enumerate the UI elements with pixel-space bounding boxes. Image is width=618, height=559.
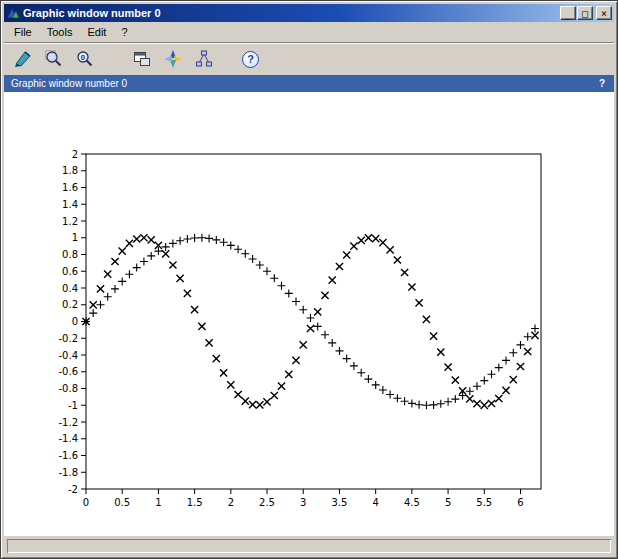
svg-text:4.5: 4.5: [404, 497, 420, 508]
zoom-area-icon: [44, 49, 64, 69]
window-title: Graphic window number 0: [23, 7, 557, 19]
svg-text:0.6: 0.6: [62, 266, 78, 277]
svg-text:6: 6: [517, 497, 523, 508]
export-pen-icon: [13, 49, 33, 69]
status-bar: [4, 535, 614, 555]
menu-help[interactable]: ?: [114, 24, 134, 40]
menu-file[interactable]: File: [7, 24, 39, 40]
ged-editor-button[interactable]: [190, 46, 217, 72]
svg-text:-0.2: -0.2: [58, 333, 78, 344]
svg-text:-1.4: -1.4: [58, 433, 78, 444]
copy-window-button[interactable]: [128, 46, 155, 72]
maximize-button[interactable]: □: [577, 6, 593, 20]
svg-text:2: 2: [72, 149, 78, 160]
svg-text:-1.2: -1.2: [58, 417, 78, 428]
svg-text:1: 1: [155, 497, 161, 508]
svg-text:0.4: 0.4: [62, 283, 78, 294]
copy-window-icon: [132, 49, 152, 69]
plot-canvas[interactable]: 21.81.61.41.210.80.60.40.20-0.2-0.4-0.6-…: [4, 92, 614, 535]
svg-text:0.2: 0.2: [62, 299, 78, 310]
svg-text:1.4: 1.4: [62, 199, 78, 210]
toolbar: 0: [4, 42, 614, 75]
title-bar[interactable]: Graphic window number 0 _ □ ×: [4, 4, 614, 22]
svg-text:2: 2: [228, 497, 234, 508]
rotate-3d-button[interactable]: [159, 46, 186, 72]
svg-text:4: 4: [372, 497, 378, 508]
svg-text:0: 0: [80, 53, 85, 62]
help-icon: ?: [242, 51, 259, 68]
svg-text:5.5: 5.5: [476, 497, 492, 508]
plot: 21.81.61.41.210.80.60.40.20-0.2-0.4-0.6-…: [4, 92, 614, 535]
svg-text:-1.6: -1.6: [58, 450, 78, 461]
unzoom-button[interactable]: 0: [71, 46, 98, 72]
status-panel: [7, 539, 611, 553]
svg-text:3: 3: [300, 497, 306, 508]
graphic-window: Graphic window number 0 _ □ × File Tools…: [0, 0, 618, 559]
svg-text:1.6: 1.6: [62, 182, 78, 193]
info-bar-title: Graphic window number 0: [11, 78, 597, 89]
svg-text:1.5: 1.5: [187, 497, 203, 508]
svg-text:-1: -1: [68, 400, 78, 411]
svg-text:0: 0: [83, 497, 89, 508]
info-bar-help-icon[interactable]: ?: [597, 78, 607, 89]
svg-text:5: 5: [445, 497, 451, 508]
svg-text:-0.6: -0.6: [58, 366, 78, 377]
close-button[interactable]: ×: [596, 6, 612, 20]
zoom-area-button[interactable]: [40, 46, 67, 72]
info-bar: Graphic window number 0 ?: [4, 75, 614, 92]
svg-text:3.5: 3.5: [332, 497, 348, 508]
svg-text:-2: -2: [68, 484, 78, 495]
rotate-3d-icon: [163, 49, 183, 69]
svg-text:1: 1: [72, 232, 78, 243]
svg-text:0: 0: [72, 316, 78, 327]
svg-text:-0.8: -0.8: [58, 383, 78, 394]
svg-text:-0.4: -0.4: [58, 350, 78, 361]
unzoom-icon: 0: [75, 49, 95, 69]
menu-bar: File Tools Edit ?: [4, 22, 614, 42]
svg-text:0.5: 0.5: [114, 497, 130, 508]
help-button[interactable]: ?: [237, 46, 264, 72]
svg-text:2.5: 2.5: [259, 497, 275, 508]
svg-text:1.2: 1.2: [62, 216, 78, 227]
app-icon: [6, 6, 20, 20]
minimize-button[interactable]: _: [560, 6, 576, 20]
svg-text:1.8: 1.8: [62, 165, 78, 176]
ged-editor-icon: [194, 49, 214, 69]
menu-edit[interactable]: Edit: [80, 24, 113, 40]
svg-text:0.8: 0.8: [62, 249, 78, 260]
export-pen-button[interactable]: [9, 46, 36, 72]
menu-tools[interactable]: Tools: [40, 24, 80, 40]
svg-text:-1.8: -1.8: [58, 467, 78, 478]
